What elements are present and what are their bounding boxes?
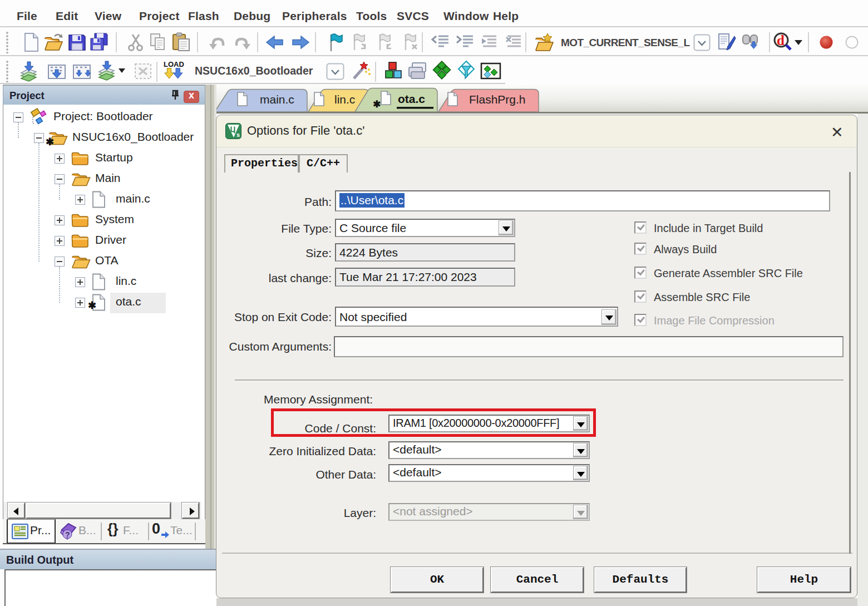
svg-text:main.c: main.c	[260, 93, 294, 106]
svg-text:ota.c: ota.c	[398, 92, 425, 105]
svg-text:LOAD: LOAD	[164, 60, 184, 68]
svg-text:✱: ✱	[373, 99, 381, 110]
svg-text:d: d	[777, 33, 785, 48]
svg-text:FlashPrg.h: FlashPrg.h	[469, 93, 526, 106]
svg-text:s: s	[236, 131, 240, 138]
svg-text:lin.c: lin.c	[334, 93, 355, 106]
svg-text:?: ?	[65, 530, 70, 539]
